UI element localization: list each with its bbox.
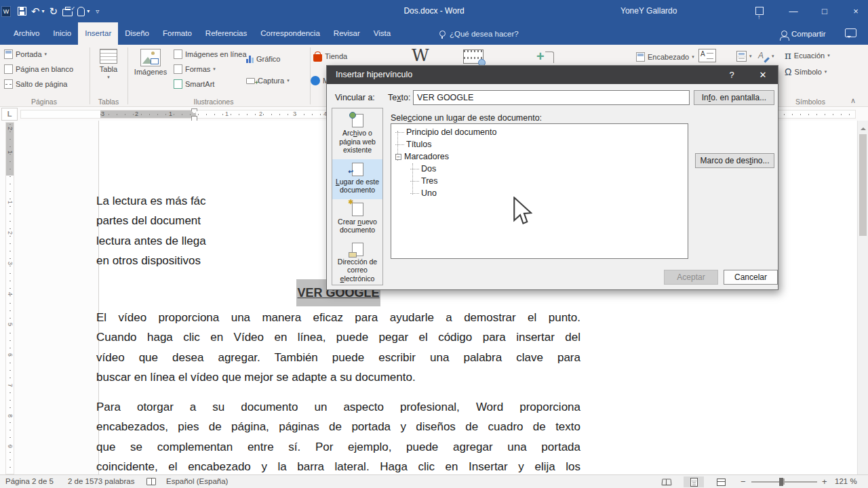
wikipedia-icon: W — [412, 45, 429, 65]
nav-create-new-document[interactable]: ✱ Crear nuevo documento — [332, 199, 382, 239]
bookmark-button[interactable]: + — [536, 49, 554, 64]
chevron-down-icon: ▾ — [107, 75, 110, 80]
tell-me-box[interactable]: ¿Qué desea hacer? — [439, 22, 519, 45]
store-button[interactable]: Tienda — [313, 50, 347, 62]
select-place-label: Seleccione un lugar de este documento: — [391, 113, 542, 123]
chevron-down-icon: ▾ — [692, 54, 694, 60]
screenshot-button[interactable]: Captura▾ — [246, 75, 290, 87]
ruler-number: 7 — [7, 384, 14, 390]
screentip-button[interactable]: Info. en pantalla... — [694, 90, 774, 105]
dialog-close-button[interactable]: ✕ — [751, 66, 774, 84]
zoom-slider-thumb[interactable] — [779, 478, 783, 486]
symbol-button[interactable]: Ω Símbolo▾ — [785, 66, 827, 78]
blank-page-icon — [4, 64, 13, 74]
document-line: buscar en línea el vídeo que mejor se ad… — [96, 370, 580, 385]
cancel-button[interactable]: Cancelar — [724, 270, 778, 285]
tree-item-titulos[interactable]: Títulos — [395, 139, 432, 150]
header-button[interactable]: Encabezado▾ — [636, 51, 694, 63]
zoom-level[interactable]: 121 % — [835, 475, 857, 488]
ruler-number: 5 — [7, 323, 14, 329]
tree-item-uno[interactable]: Uno — [410, 188, 437, 199]
equation-button[interactable]: π Ecuación▾ — [785, 49, 830, 62]
tab-stop-selector[interactable]: L — [1, 108, 18, 121]
word-count[interactable]: 2 de 1573 palabras — [68, 475, 134, 488]
display-text-input[interactable] — [413, 90, 690, 105]
online-pictures-button[interactable]: Imágenes en línea — [174, 48, 247, 60]
cover-page-label: Portada — [16, 50, 42, 58]
ribbon-tabs: Archivo Inicio Insertar Diseño Formato R… — [7, 22, 397, 45]
tab-correspondencia[interactable]: Correspondencia — [254, 22, 327, 45]
text-box-button[interactable]: A — [698, 49, 716, 62]
chart-button[interactable]: Gráfico — [246, 53, 280, 65]
cover-page-button[interactable]: Portada▾ — [4, 48, 47, 60]
target-frame-button[interactable]: Marco de destino... — [695, 153, 774, 168]
blank-page-button[interactable]: Página en blanco — [4, 63, 73, 75]
nav-existing-file[interactable]: Archivo o página web existente — [332, 110, 382, 159]
tree-item-tres[interactable]: Tres — [410, 176, 438, 187]
tab-insertar[interactable]: Insertar — [78, 22, 118, 45]
document-line: encabezados, pies de página, páginas de … — [96, 420, 580, 434]
document-places-tree[interactable]: Principio del documento Títulos −Marcado… — [391, 123, 688, 259]
dialog-title[interactable]: Insertar hipervínculo — [327, 66, 778, 84]
place-in-document-icon: ↩ — [352, 163, 363, 176]
tab-inicio[interactable]: Inicio — [46, 22, 78, 45]
tree-item-principio[interactable]: Principio del documento — [395, 127, 496, 138]
zoom-in-button[interactable]: + — [822, 475, 827, 488]
email-icon — [352, 243, 363, 256]
tab-vista[interactable]: Vista — [367, 22, 397, 45]
page-break-label: Salto de página — [16, 80, 67, 88]
scrollbar-thumb[interactable] — [859, 134, 867, 236]
language-indicator[interactable]: Español (España) — [166, 475, 228, 488]
tab-revisar[interactable]: Revisar — [327, 22, 367, 45]
page-indicator[interactable]: Página 2 de 5 — [5, 475, 54, 488]
ruler-number: 1 — [7, 150, 14, 157]
web-layout-button[interactable] — [711, 476, 731, 487]
title-bar: W ↶▾ ↻ ▾ ▿ Dos.docx - Word YoneY Gallard… — [0, 0, 868, 22]
equation-pi-icon: π — [785, 51, 791, 61]
shapes-button[interactable]: Formas▾ — [174, 63, 216, 75]
tab-archivo[interactable]: Archivo — [7, 22, 46, 45]
tab-diseno[interactable]: Diseño — [118, 22, 156, 45]
ribbon-display-options-button[interactable] — [746, 0, 773, 22]
proofing-icon[interactable] — [146, 478, 156, 485]
table-button[interactable]: Tabla ▾ — [93, 49, 124, 80]
vertical-scrollbar[interactable] — [857, 121, 868, 474]
print-layout-button[interactable] — [684, 476, 704, 487]
mouse-cursor — [512, 197, 532, 226]
tree-item-dos[interactable]: Dos — [410, 163, 436, 175]
dialog-help-button[interactable]: ? — [720, 66, 743, 84]
smartart-button[interactable]: SmartArt — [174, 78, 214, 90]
wikipedia-button[interactable]: W — [412, 47, 429, 64]
collapse-ribbon-icon[interactable]: ∧ — [847, 96, 859, 106]
collapse-expander-icon[interactable]: − — [395, 154, 401, 160]
account-user-name[interactable]: YoneY Gallardo — [620, 0, 677, 22]
nav-email-address[interactable]: Dirección de correo electrónico — [332, 239, 382, 288]
nav-place-in-document[interactable]: ↩ Lugar de este documento — [332, 159, 382, 199]
page-break-button[interactable]: Salto de página — [4, 78, 67, 90]
tab-formato[interactable]: Formato — [156, 22, 199, 45]
document-line: El vídeo proporciona una manera eficaz p… — [96, 310, 580, 325]
zoom-out-button[interactable]: − — [741, 475, 746, 488]
scroll-up-icon[interactable] — [861, 125, 866, 130]
equation-label: Ecuación — [794, 52, 825, 60]
close-button[interactable]: × — [842, 0, 868, 22]
chevron-down-icon: ▾ — [213, 66, 216, 72]
pictures-button[interactable]: Imágenes — [131, 49, 170, 76]
document-line: que se complementan entre sí. Por ejempl… — [96, 440, 580, 455]
header-label: Encabezado — [648, 53, 689, 61]
tree-item-marcadores[interactable]: −Marcadores — [395, 151, 449, 163]
maximize-button[interactable]: □ — [811, 0, 838, 22]
share-button[interactable]: Compartir — [781, 22, 825, 45]
zoom-slider-track[interactable] — [751, 481, 817, 483]
wordart-button[interactable]: A▾ — [758, 50, 774, 62]
vertical-ruler[interactable]: 2 1 1 2 3 4 5 6 7 8 9 — [5, 122, 14, 474]
chevron-down-icon: ▾ — [827, 53, 830, 58]
online-video-button[interactable] — [463, 49, 484, 64]
comments-icon[interactable] — [845, 28, 856, 37]
ruler-number: 1 — [7, 201, 14, 207]
quick-parts-button[interactable]: ▾ — [736, 50, 752, 62]
tab-referencias[interactable]: Referencias — [199, 22, 254, 45]
minimize-button[interactable]: — — [780, 0, 807, 22]
read-mode-button[interactable] — [656, 476, 677, 487]
link-to-panel: Archivo o página web existente ↩ Lugar d… — [332, 108, 383, 285]
